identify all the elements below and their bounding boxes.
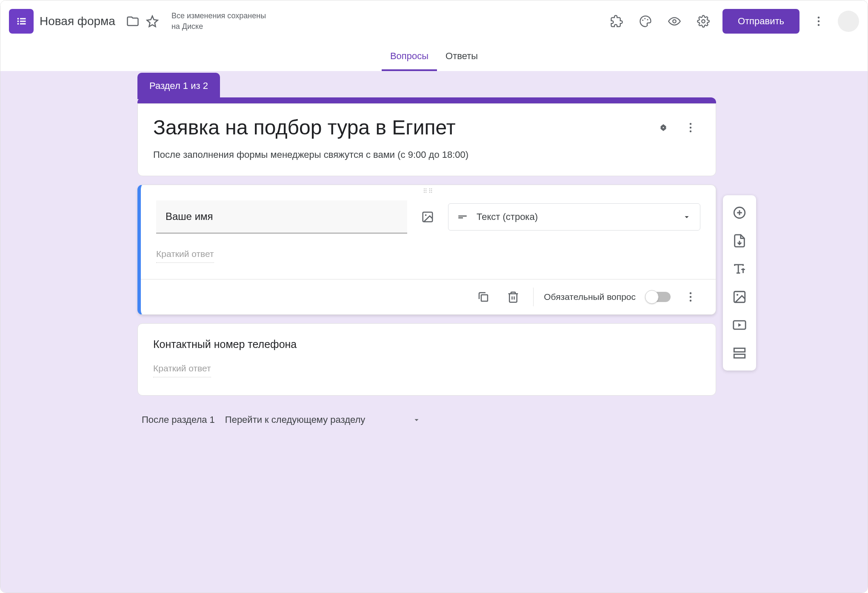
svg-point-3 <box>17 20 19 22</box>
after-section-row: После раздела 1 Перейти к следующему раз… <box>137 404 716 436</box>
dropdown-arrow-icon <box>682 212 691 222</box>
header: Новая форма Все изменения сохранены на Д… <box>0 0 868 42</box>
folder-icon[interactable] <box>123 11 143 31</box>
question-type-label: Текст (строка) <box>477 211 674 222</box>
side-toolbar <box>723 195 756 371</box>
question-card-2[interactable]: Контактный номер телефона Краткий ответ <box>137 323 716 396</box>
svg-point-12 <box>818 17 820 19</box>
duplicate-icon[interactable] <box>474 287 493 307</box>
header-actions: Отправить <box>607 9 859 34</box>
section-more-icon[interactable] <box>681 118 700 137</box>
add-title-icon[interactable] <box>726 256 753 282</box>
svg-point-24 <box>690 296 692 298</box>
save-status-text-1: Все изменения сохранены <box>171 11 266 21</box>
content-wrap: Раздел 1 из 2 Заявка на подбор тура в Ег… <box>137 71 716 436</box>
add-section-icon[interactable] <box>726 340 753 366</box>
svg-point-16 <box>690 126 692 128</box>
answer-placeholder-2: Краткий ответ <box>153 363 211 377</box>
star-icon[interactable] <box>143 11 162 31</box>
answer-placeholder: Краткий ответ <box>156 249 214 263</box>
more-icon[interactable] <box>809 11 828 31</box>
collapse-icon[interactable] <box>654 118 673 137</box>
add-image-icon[interactable] <box>726 284 753 310</box>
add-question-icon[interactable] <box>726 200 753 226</box>
question-card-1[interactable]: ⠿⠿ Текст (строка) Краткий ответ <box>137 185 716 315</box>
tabs: Вопросы Ответы <box>0 42 868 71</box>
svg-point-11 <box>702 20 705 23</box>
svg-point-13 <box>818 20 820 23</box>
save-status: Все изменения сохранены на Диске <box>171 11 266 32</box>
svg-rect-20 <box>458 216 467 217</box>
svg-rect-2 <box>20 18 26 20</box>
preview-icon[interactable] <box>665 11 684 31</box>
svg-point-8 <box>644 18 645 19</box>
section-title[interactable]: Заявка на подбор тура в Египет <box>153 116 646 139</box>
tab-questions[interactable]: Вопросы <box>382 42 437 71</box>
svg-point-5 <box>17 23 19 25</box>
drag-handle-icon[interactable]: ⠿⠿ <box>141 185 716 194</box>
title-card[interactable]: Заявка на подбор тура в Египет После зап… <box>137 103 716 176</box>
svg-point-15 <box>690 123 692 125</box>
question-more-icon[interactable] <box>681 287 700 307</box>
short-text-icon <box>457 211 468 222</box>
section-description[interactable]: После заполнения формы менеджеры свяжутс… <box>153 149 700 160</box>
forms-logo <box>9 9 34 34</box>
separator <box>533 288 534 306</box>
dropdown-arrow-icon <box>412 415 421 425</box>
addons-icon[interactable] <box>607 11 626 31</box>
svg-point-7 <box>642 20 643 21</box>
svg-point-23 <box>690 292 692 294</box>
settings-icon[interactable] <box>694 11 713 31</box>
svg-rect-31 <box>734 354 745 358</box>
send-button[interactable]: Отправить <box>722 9 799 34</box>
add-image-icon[interactable] <box>416 205 440 229</box>
svg-rect-6 <box>20 23 26 25</box>
svg-point-10 <box>673 20 676 23</box>
question-2-title[interactable]: Контактный номер телефона <box>153 338 700 351</box>
required-toggle[interactable] <box>646 292 671 302</box>
form-title[interactable]: Новая форма <box>40 14 115 28</box>
svg-point-17 <box>690 130 692 132</box>
add-video-icon[interactable] <box>726 312 753 338</box>
svg-point-19 <box>425 214 427 216</box>
question-type-dropdown[interactable]: Текст (строка) <box>448 203 700 231</box>
question-footer: Обязательный вопрос <box>141 279 716 314</box>
delete-icon[interactable] <box>503 287 523 307</box>
svg-rect-4 <box>20 21 26 22</box>
account-avatar[interactable] <box>838 11 859 32</box>
section-badge: Раздел 1 из 2 <box>137 73 220 99</box>
svg-point-9 <box>647 19 648 20</box>
svg-point-25 <box>690 300 692 302</box>
svg-rect-22 <box>481 295 488 301</box>
required-label: Обязательный вопрос <box>544 292 636 302</box>
section-stripe <box>137 97 716 103</box>
import-questions-icon[interactable] <box>726 228 753 254</box>
svg-point-14 <box>818 24 820 26</box>
after-section-action: Перейти к следующему разделу <box>225 414 365 425</box>
palette-icon[interactable] <box>636 11 655 31</box>
after-section-label: После раздела 1 <box>142 414 215 425</box>
form-canvas: Раздел 1 из 2 Заявка на подбор тура в Ег… <box>0 71 868 593</box>
svg-point-1 <box>17 18 19 20</box>
svg-rect-30 <box>734 348 745 352</box>
svg-rect-21 <box>458 217 463 218</box>
question-title-input[interactable] <box>156 200 407 234</box>
after-section-dropdown[interactable]: Перейти к следующему разделу <box>225 414 422 425</box>
tab-responses[interactable]: Ответы <box>437 42 486 71</box>
save-status-text-2: на Диске <box>171 21 266 32</box>
svg-point-28 <box>737 294 738 296</box>
